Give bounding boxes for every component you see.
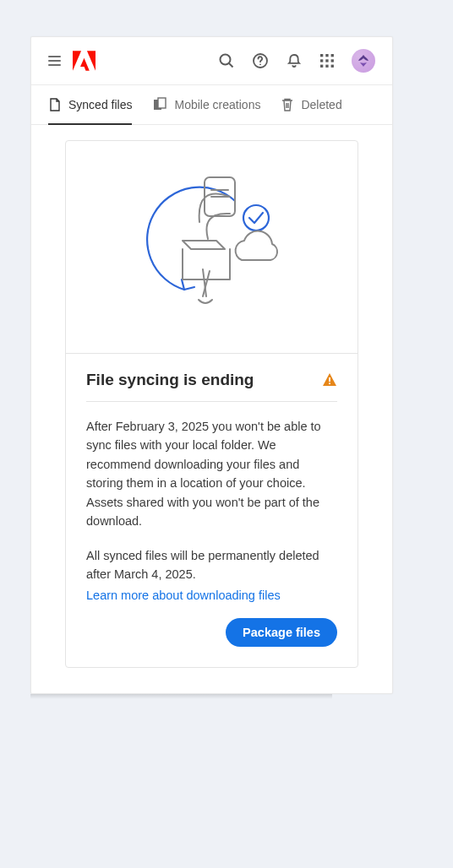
header	[31, 37, 392, 85]
tab-deleted[interactable]: Deleted	[281, 85, 341, 125]
card-title-row: File syncing is ending	[86, 371, 337, 402]
tab-synced-files[interactable]: Synced files	[48, 85, 132, 125]
svg-point-3	[259, 63, 261, 65]
svg-rect-7	[320, 59, 323, 62]
header-right	[218, 49, 375, 73]
tab-label: Mobile creations	[174, 98, 260, 111]
shadow-bar	[30, 694, 332, 699]
svg-rect-8	[325, 59, 328, 62]
tab-mobile-creations[interactable]: Mobile creations	[152, 85, 260, 125]
tabs: Synced files Mobile creations Deleted	[31, 85, 392, 125]
trash-icon	[281, 97, 294, 112]
card-body: File syncing is ending After February 3,…	[66, 354, 357, 667]
svg-rect-14	[158, 98, 166, 108]
file-icon	[48, 97, 62, 112]
mobile-creations-icon	[152, 97, 167, 112]
svg-rect-4	[320, 54, 323, 57]
notice-card: File syncing is ending After February 3,…	[65, 140, 358, 668]
tab-label: Synced files	[68, 98, 132, 111]
card-actions: Package files	[86, 618, 337, 647]
svg-line-1	[229, 63, 233, 68]
header-left	[48, 51, 96, 71]
menu-icon[interactable]	[48, 56, 61, 66]
learn-more-link[interactable]: Learn more about downloading files	[86, 589, 281, 602]
svg-rect-12	[331, 65, 334, 68]
app-container: Synced files Mobile creations Deleted	[30, 36, 393, 694]
adobe-logo[interactable]	[73, 51, 96, 71]
sync-illustration	[66, 141, 357, 354]
content: File syncing is ending After February 3,…	[31, 125, 392, 693]
svg-point-20	[243, 205, 269, 231]
package-files-button[interactable]: Package files	[226, 618, 337, 647]
svg-rect-9	[331, 59, 334, 62]
notification-icon[interactable]	[286, 52, 303, 69]
help-icon[interactable]	[252, 52, 269, 69]
card-paragraph-1: After February 3, 2025 you won't be able…	[86, 417, 337, 531]
svg-rect-11	[325, 65, 328, 68]
svg-rect-6	[331, 54, 334, 57]
card-title: File syncing is ending	[86, 371, 254, 389]
svg-point-0	[221, 55, 231, 65]
warning-icon	[322, 372, 337, 388]
avatar[interactable]	[352, 49, 375, 73]
card-paragraph-2: All synced files will be permanently del…	[86, 546, 337, 584]
search-icon[interactable]	[218, 52, 235, 69]
svg-rect-21	[329, 377, 330, 382]
svg-rect-5	[325, 54, 328, 57]
svg-rect-22	[329, 382, 330, 384]
tab-label: Deleted	[301, 98, 341, 111]
apps-icon[interactable]	[319, 53, 335, 68]
svg-rect-10	[320, 65, 323, 68]
